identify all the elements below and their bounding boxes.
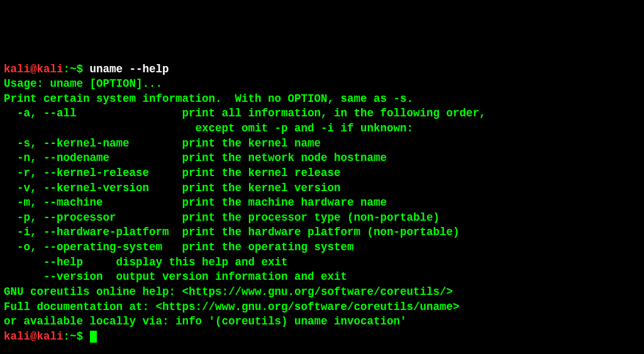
output-line: -a, --all print all information, in the …	[4, 106, 640, 121]
cursor-icon	[90, 331, 97, 343]
prompt-line-1: kali@kali:~$ uname --help	[4, 62, 640, 77]
prompt-sep: :	[64, 63, 70, 75]
output-line: Usage: uname [OPTION]...	[4, 77, 640, 92]
output-line: except omit -p and -i if unknown:	[4, 121, 640, 136]
output-line: -v, --kernel-version print the kernel ve…	[4, 181, 640, 196]
prompt-user: kali@kali	[4, 63, 64, 75]
output-line: -i, --hardware-platform print the hardwa…	[4, 225, 640, 240]
prompt-path: ~	[70, 63, 77, 75]
command-space	[83, 330, 90, 343]
output-line: --version output version information and…	[4, 270, 640, 285]
output-line: -m, --machine print the machine hardware…	[4, 196, 640, 211]
output-line: -p, --processor print the processor type…	[4, 211, 640, 226]
output-line: -n, --nodename print the network node ho…	[4, 151, 640, 166]
terminal[interactable]: kali@kali:~$ uname --helpUsage: uname [O…	[4, 62, 640, 345]
prompt-dollar: $	[77, 330, 84, 343]
output-line: -s, --kernel-name print the kernel name	[4, 136, 640, 152]
command-text: uname --help	[90, 63, 169, 75]
prompt-sep: :	[64, 330, 70, 343]
output-line: Full documentation at: <https://www.gnu.…	[4, 300, 640, 315]
output-line: -r, --kernel-release print the kernel re…	[4, 166, 640, 181]
prompt-path: ~	[70, 330, 77, 343]
output-line: or available locally via: info '(coreuti…	[4, 314, 640, 329]
command-input	[83, 63, 90, 75]
output-line: -o, --operating-system print the operati…	[4, 240, 640, 255]
prompt-line-2: kali@kali:~$	[4, 329, 640, 345]
prompt-user: kali@kali	[4, 330, 64, 343]
output-line: GNU coreutils online help: <https://www.…	[4, 285, 640, 300]
output-line: Print certain system information. With n…	[4, 92, 640, 107]
prompt-dollar: $	[77, 63, 84, 75]
output-line: --help display this help and exit	[4, 255, 640, 270]
